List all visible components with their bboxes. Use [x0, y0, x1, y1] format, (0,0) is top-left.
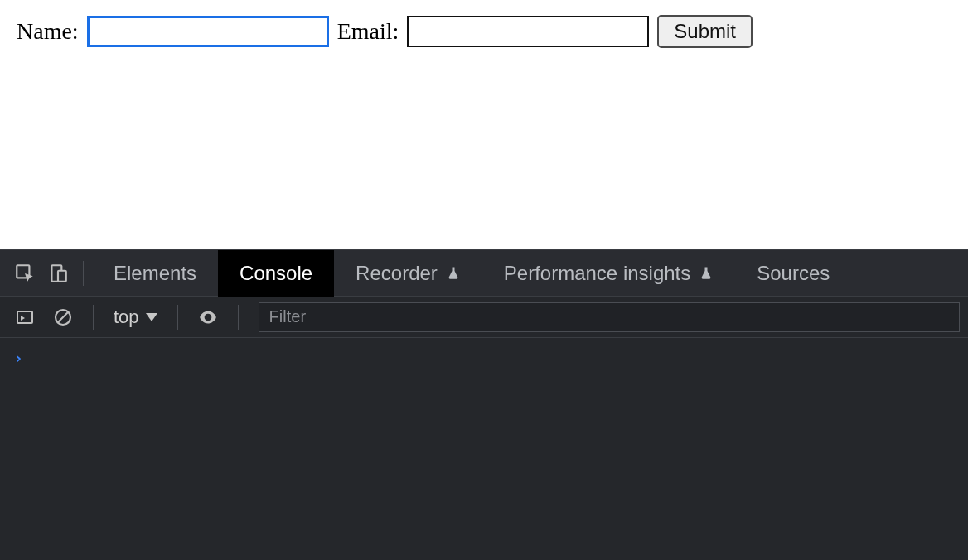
flask-icon — [446, 266, 461, 281]
context-label: top — [114, 307, 139, 328]
inspect-element-icon[interactable] — [8, 257, 41, 290]
separator — [177, 305, 178, 330]
console-filter-input[interactable] — [259, 302, 960, 332]
name-label: Name: — [17, 18, 79, 45]
live-expression-icon[interactable] — [191, 301, 225, 334]
email-label: Email: — [337, 18, 399, 45]
tab-elements[interactable]: Elements — [92, 250, 218, 297]
console-toolbar: top — [0, 297, 968, 338]
separator — [83, 261, 84, 286]
svg-point-6 — [206, 315, 209, 318]
devtools-panel: Elements Console Recorder Performance in… — [0, 249, 968, 560]
name-input[interactable] — [87, 16, 329, 47]
tab-console[interactable]: Console — [218, 250, 334, 297]
devtools-tab-strip: Elements Console Recorder Performance in… — [0, 250, 968, 297]
tab-label: Console — [240, 262, 312, 285]
tab-performance-insights[interactable]: Performance insights — [482, 250, 735, 297]
separator — [238, 305, 239, 330]
svg-rect-2 — [58, 270, 66, 281]
device-toolbar-icon[interactable] — [41, 257, 75, 290]
console-prompt-caret: › — [13, 348, 23, 368]
toggle-sidebar-icon[interactable] — [8, 301, 41, 334]
page-content: Name: Email: Submit — [0, 0, 968, 249]
form-row: Name: Email: Submit — [17, 15, 753, 48]
flask-icon — [699, 266, 714, 281]
email-input[interactable] — [407, 16, 649, 47]
tab-sources[interactable]: Sources — [735, 250, 851, 297]
chevron-down-icon — [146, 313, 157, 321]
tab-label: Recorder — [356, 262, 438, 285]
execution-context-select[interactable]: top — [107, 307, 164, 328]
tab-label: Elements — [114, 262, 196, 285]
console-output[interactable]: › — [0, 338, 968, 560]
separator — [93, 305, 94, 330]
svg-rect-3 — [17, 311, 32, 323]
svg-line-5 — [58, 312, 68, 322]
tab-recorder[interactable]: Recorder — [334, 250, 482, 297]
tab-label: Performance insights — [504, 262, 690, 285]
tab-label: Sources — [757, 262, 830, 285]
clear-console-icon[interactable] — [46, 301, 80, 334]
submit-button[interactable]: Submit — [657, 15, 753, 48]
